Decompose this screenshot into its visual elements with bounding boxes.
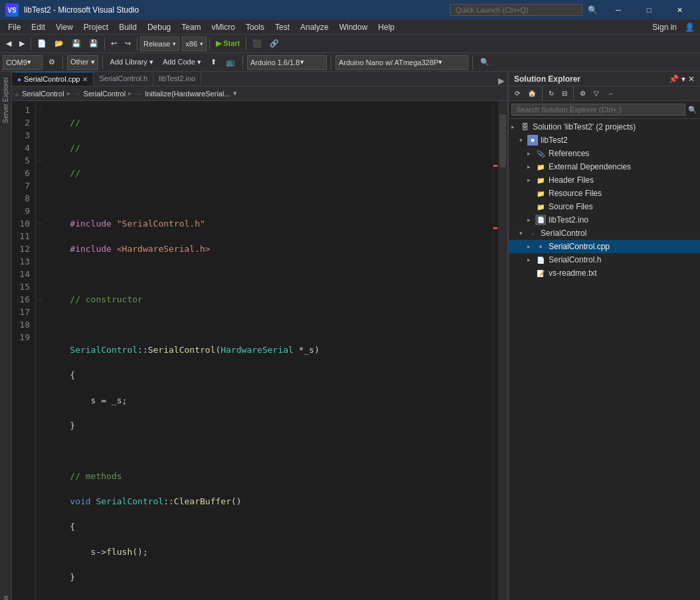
- h-file-label: SerialControl.h: [549, 255, 601, 264]
- left-editor: ● SerialControl.cpp ✕ SerialControl.h li…: [12, 72, 507, 600]
- code-content[interactable]: // // // #include "SerialControl.h" #inc…: [44, 101, 493, 600]
- menu-file[interactable]: File: [3, 21, 26, 33]
- tree-external-deps[interactable]: ▸ 📁 External Dependencies: [509, 160, 700, 173]
- se-search-input[interactable]: [511, 104, 685, 116]
- tab-serialcontrol-h[interactable]: SerialControl.h: [94, 72, 153, 86]
- tree-header-files[interactable]: ▸ 📁 Header Files: [509, 173, 700, 187]
- minimize-button[interactable]: ─: [603, 0, 634, 20]
- attach-button[interactable]: 🔗: [266, 37, 282, 51]
- ext-arrow: ▸: [527, 163, 535, 170]
- tree-libtest2-ino[interactable]: ▸ 📄 libTest2.ino: [509, 213, 700, 227]
- hdr-arrow: ▸: [527, 177, 535, 183]
- separator1: [31, 37, 31, 50]
- breadcrumb-1[interactable]: SerialControl: [22, 90, 64, 98]
- fold-column: −−−−: [36, 101, 44, 600]
- port-settings-button[interactable]: ⚙: [45, 55, 58, 70]
- platform-dropdown[interactable]: x86 ▾: [182, 37, 207, 51]
- se-properties-button[interactable]: ⚙: [576, 86, 589, 101]
- save-button[interactable]: 💾: [68, 37, 84, 51]
- separator5: [246, 37, 246, 50]
- tree-resource-files[interactable]: 📁 Resource Files: [509, 187, 700, 200]
- menu-analyze[interactable]: Analyze: [295, 21, 334, 33]
- menu-tools[interactable]: Tools: [240, 21, 270, 33]
- upload-button[interactable]: ⬆: [207, 55, 220, 70]
- close-button[interactable]: ✕: [664, 0, 695, 20]
- se-collapse-button[interactable]: ⊟: [559, 86, 570, 101]
- stop-button[interactable]: ⬛: [249, 37, 265, 51]
- tree-serialcontrol-cpp[interactable]: ▸ ● SerialControl.cpp: [509, 240, 700, 253]
- se-close-icon[interactable]: ✕: [688, 74, 695, 84]
- se-refresh-button[interactable]: ↻: [545, 86, 557, 101]
- arduino-version-dropdown[interactable]: Arduino 1.6/1.8 ▾: [247, 55, 327, 70]
- menu-view[interactable]: View: [50, 21, 78, 33]
- solution-explorer: Solution Explorer 📌 ▾ ✕ ⟳ 🏠 ↻ ⊟ ⚙ ▽ → 🔍: [507, 72, 700, 600]
- menu-team[interactable]: Team: [176, 21, 206, 33]
- server-explorer-tab[interactable]: Server Explorer: [1, 72, 11, 128]
- add-code-button[interactable]: Add Code ▾: [159, 55, 205, 70]
- menu-debug[interactable]: Debug: [142, 21, 176, 33]
- h-file-icon: 📄: [535, 254, 546, 265]
- sep-t2-1: [62, 56, 63, 69]
- menu-edit[interactable]: Edit: [26, 21, 50, 33]
- back-button[interactable]: ◀: [3, 37, 15, 51]
- platform-dropdown-arrow: ▾: [200, 41, 203, 47]
- av-dropdown-arrow: ▾: [300, 58, 304, 66]
- titlebar: VS libTest2 - Microsoft Visual Studio 🔍 …: [0, 0, 700, 20]
- solution-arrow: ▸: [511, 124, 519, 130]
- tree-source-files[interactable]: 📁 Source Files: [509, 200, 700, 213]
- menu-help[interactable]: Help: [373, 21, 400, 33]
- board-search-button[interactable]: 🔍: [477, 55, 493, 70]
- port-dropdown[interactable]: COM9 ▾: [3, 55, 43, 70]
- forward-button[interactable]: ▶: [16, 37, 28, 51]
- se-scope-button[interactable]: →: [604, 86, 617, 101]
- save-all-button[interactable]: 💾: [86, 37, 102, 51]
- tab-serialcontrol-cpp[interactable]: ● SerialControl.cpp ✕: [12, 72, 94, 86]
- se-pin-icon[interactable]: 📌: [669, 74, 679, 84]
- tree-solution[interactable]: ▸ 🗄 Solution 'libTest2' (2 projects): [509, 120, 700, 134]
- tree-serialcontrol-h[interactable]: ▸ 📄 SerialControl.h: [509, 253, 700, 266]
- scroll-thumb[interactable]: [499, 114, 506, 167]
- breadcrumb-2[interactable]: SerialControl: [84, 90, 126, 98]
- error-mark-2: [493, 227, 497, 229]
- start-button[interactable]: ▶ Start: [213, 37, 243, 51]
- tree-libtest2[interactable]: ▾ ■ libTest2: [509, 134, 700, 147]
- sign-in-button[interactable]: Sign in: [647, 21, 682, 33]
- menu-window[interactable]: Window: [334, 21, 373, 33]
- menu-test[interactable]: Test: [270, 21, 295, 33]
- vertical-scrollbar[interactable]: [498, 101, 507, 600]
- tree-serialcontrol-project[interactable]: ▾ ⬦ SerialControl: [509, 227, 700, 240]
- open-button[interactable]: 📂: [51, 37, 67, 51]
- se-sync-button[interactable]: ⟳: [511, 86, 523, 101]
- menu-build[interactable]: Build: [114, 21, 142, 33]
- menu-project[interactable]: Project: [78, 21, 114, 33]
- menu-vmicro[interactable]: vMicro: [207, 21, 240, 33]
- se-header: Solution Explorer 📌 ▾ ✕: [509, 72, 700, 86]
- other-dropdown[interactable]: Other ▾: [67, 55, 98, 70]
- quick-launch-input[interactable]: [450, 4, 582, 16]
- sep-t2-5: [472, 56, 473, 69]
- hdr-label: Header Files: [549, 175, 594, 185]
- tab-close-cpp[interactable]: ✕: [82, 76, 88, 83]
- se-home-button[interactable]: 🏠: [525, 86, 539, 101]
- tree-vs-readme[interactable]: 📝 vs-readme.txt: [509, 266, 700, 280]
- maximize-button[interactable]: □: [634, 0, 664, 20]
- breadcrumb-arrow1: →: [74, 90, 81, 98]
- redo-button[interactable]: ↪: [122, 37, 134, 51]
- add-library-button[interactable]: Add Library ▾: [107, 55, 157, 70]
- se-filter-button[interactable]: ▽: [590, 86, 602, 101]
- new-project-button[interactable]: 📄: [34, 37, 50, 51]
- toolbox-tab[interactable]: Toolbox: [1, 590, 11, 600]
- tab-libtest2-ino[interactable]: libTest2.ino: [153, 72, 201, 86]
- breadcrumb-dropdown[interactable]: ▾: [233, 89, 237, 98]
- txt-file-icon: 📝: [535, 268, 546, 278]
- board-dropdown[interactable]: Arduino Nano w/ ATmega328P ▾: [335, 55, 468, 70]
- breadcrumb-3[interactable]: Initialize(HardwareSerial...: [145, 90, 230, 98]
- undo-button[interactable]: ↩: [108, 37, 120, 51]
- tab-scroll-right[interactable]: ▶: [495, 76, 507, 86]
- config-dropdown[interactable]: Release ▾: [140, 37, 179, 51]
- tree-references[interactable]: ▸ 📎 References: [509, 147, 700, 160]
- se-dropdown-icon[interactable]: ▾: [681, 74, 685, 84]
- serial-monitor-button[interactable]: 📺: [222, 55, 238, 70]
- breadcrumb-icon1: ⬦: [15, 90, 19, 98]
- libtest2-arrow: ▾: [519, 137, 527, 144]
